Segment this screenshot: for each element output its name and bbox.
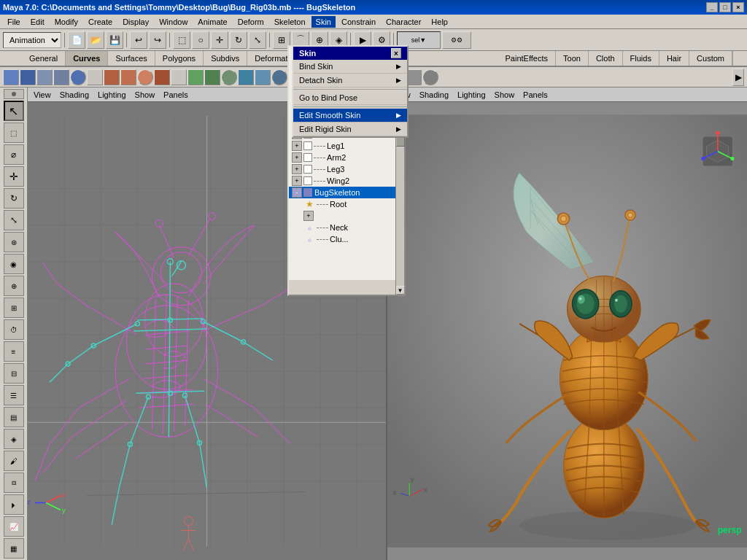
skin-menu-close-button[interactable]: ×	[391, 48, 401, 58]
menu-modify[interactable]: Modify	[50, 16, 82, 28]
outliner-item-clu[interactable]: ⬦ Clu...	[289, 233, 395, 245]
menu-constrain[interactable]: Constrain	[337, 16, 380, 28]
outliner-item-neck[interactable]: ⬦ Neck	[289, 222, 395, 233]
tab-hair[interactable]: Hair	[659, 51, 689, 66]
shelf-btn-15[interactable]	[238, 69, 254, 85]
expand-leg1[interactable]: +	[292, 141, 302, 151]
tab-fluids[interactable]: Fluids	[623, 51, 659, 66]
blend-shape-btn[interactable]: ⧈	[4, 472, 24, 493]
shelf-btn-14[interactable]	[221, 69, 237, 85]
save-scene-button[interactable]: 💾	[106, 31, 123, 49]
shelf-btn-9[interactable]	[137, 69, 153, 85]
open-scene-button[interactable]: 📂	[87, 31, 104, 49]
marquee-select-btn[interactable]: ⬚	[4, 122, 24, 143]
lasso-btn[interactable]: ⌀	[4, 144, 24, 165]
outliner-item-bugskeleton[interactable]: - BugSkeleton	[289, 187, 395, 198]
tab-toon[interactable]: Toon	[556, 51, 589, 66]
menu-edit[interactable]: Edit	[26, 16, 49, 28]
check-arm2[interactable]	[303, 153, 312, 162]
shelf-btn-6[interactable]	[87, 69, 103, 85]
tab-subdivs[interactable]: Subdivs	[204, 51, 247, 66]
left-show-menu[interactable]: Show	[132, 90, 158, 100]
select-tool[interactable]: ⬚	[173, 31, 190, 49]
move-btn[interactable]: ✛	[4, 166, 24, 187]
goto-bind-pose-item[interactable]: Go to Bind Pose	[293, 91, 407, 105]
menu-character[interactable]: Character	[382, 16, 425, 28]
tab-custom[interactable]: Custom	[689, 51, 732, 66]
universal-manip-btn[interactable]: ⊛	[4, 232, 24, 252]
shelf-btn-26[interactable]	[422, 69, 438, 85]
scroll-down-btn[interactable]: ▼	[396, 286, 405, 295]
menu-skin[interactable]: Skin	[311, 16, 336, 28]
animation-dropdown[interactable]: Animation	[3, 32, 61, 48]
check-leg3[interactable]	[303, 165, 312, 174]
shelf-btn-16[interactable]	[255, 69, 271, 85]
dope-sheet-btn[interactable]: ▦	[4, 538, 24, 559]
menu-skeleton[interactable]: Skeleton	[270, 16, 310, 28]
shelf-btn-5[interactable]	[70, 69, 86, 85]
menu-create[interactable]: Create	[84, 16, 117, 28]
channel-box-btn[interactable]: ≡	[4, 341, 24, 362]
window-controls[interactable]: _ □ ×	[706, 2, 744, 12]
outliner-item-expand-row[interactable]: +	[289, 210, 395, 222]
rotate-tool[interactable]: ↻	[230, 31, 247, 49]
close-button[interactable]: ×	[732, 2, 744, 12]
graph-editor-btn[interactable]: 📈	[4, 516, 24, 537]
rotate-btn[interactable]: ↻	[4, 188, 24, 209]
outliner-item-root[interactable]: ★ Root	[289, 198, 395, 210]
paint-skin-btn[interactable]: 🖌	[4, 451, 24, 471]
outliner-btn[interactable]: ☰	[4, 385, 24, 405]
menu-display[interactable]: Display	[118, 16, 153, 28]
redo-button[interactable]: ↪	[149, 31, 166, 49]
tb-extra1[interactable]: ⚙⚙	[442, 31, 471, 49]
shelf-btn-3[interactable]	[36, 69, 53, 85]
right-lighting-menu[interactable]: Lighting	[454, 90, 489, 100]
scale-btn[interactable]: ⤡	[4, 210, 24, 230]
tab-painteffects[interactable]: PaintEffects	[498, 51, 557, 66]
outliner-item-wing2[interactable]: + Wing2	[289, 175, 395, 187]
menu-help[interactable]: Help	[427, 16, 452, 28]
shelf-scroll-right[interactable]: ▶	[732, 69, 744, 86]
shelf-btn-11[interactable]	[171, 69, 187, 85]
tab-cloth[interactable]: Cloth	[589, 51, 623, 66]
expand-sub[interactable]: +	[303, 211, 314, 221]
check-leg1[interactable]	[303, 141, 312, 150]
new-scene-button[interactable]: 📄	[68, 31, 85, 49]
skin-dropdown-menu[interactable]: Skin × Bind Skin ▶ Detach Skin ▶ Go to B…	[292, 45, 409, 138]
shelf-btn-8[interactable]	[120, 69, 136, 85]
snap-mode-btn[interactable]: ⊞	[4, 298, 24, 318]
lasso-tool[interactable]: ○	[192, 31, 209, 49]
left-panels-menu[interactable]: Panels	[160, 90, 191, 100]
outliner-item-arm2[interactable]: + Arm2	[289, 152, 395, 163]
edit-rigid-skin-item[interactable]: Edit Rigid Skin ▶	[293, 122, 407, 136]
shelf-btn-1[interactable]	[3, 69, 19, 85]
shelf-btn-10[interactable]	[154, 69, 170, 85]
show-manip-btn[interactable]: ⊕	[4, 276, 24, 296]
expand-wing2[interactable]: +	[292, 176, 302, 186]
left-shading-menu[interactable]: Shading	[57, 90, 92, 100]
menu-deform[interactable]: Deform	[233, 16, 268, 28]
shelf-btn-13[interactable]	[204, 69, 220, 85]
shelf-btn-12[interactable]	[187, 69, 204, 85]
detach-skin-item[interactable]: Detach Skin ▶	[293, 74, 407, 88]
bind-skin-item[interactable]: Bind Skin ▶	[293, 60, 407, 74]
attr-editor-btn[interactable]: ⊟	[4, 363, 24, 384]
shelf-btn-2[interactable]	[20, 69, 36, 85]
menu-window[interactable]: Window	[155, 16, 192, 28]
right-shading-menu[interactable]: Shading	[417, 90, 452, 100]
history-btn[interactable]: ⏱	[4, 319, 24, 340]
right-show-menu[interactable]: Show	[492, 90, 518, 100]
expand-bugskeleton[interactable]: -	[292, 187, 302, 198]
soft-select-btn[interactable]: ◉	[4, 254, 24, 274]
menu-file[interactable]: File	[3, 16, 25, 28]
expand-leg3[interactable]: +	[292, 164, 302, 174]
minimize-button[interactable]: _	[706, 2, 718, 12]
maximize-button[interactable]: □	[719, 2, 731, 12]
edit-smooth-skin-item[interactable]: Edit Smooth Skin ▶	[293, 109, 407, 122]
viewport-right[interactable]: View Shading Lighting Show Panels	[387, 88, 747, 560]
left-lighting-menu[interactable]: Lighting	[95, 90, 129, 100]
anim-editor-btn[interactable]: ⏵	[4, 494, 24, 515]
tab-surfaces[interactable]: Surfaces	[108, 51, 155, 66]
move-tool[interactable]: ✛	[211, 31, 228, 49]
tab-polygons[interactable]: Polygons	[155, 51, 204, 66]
